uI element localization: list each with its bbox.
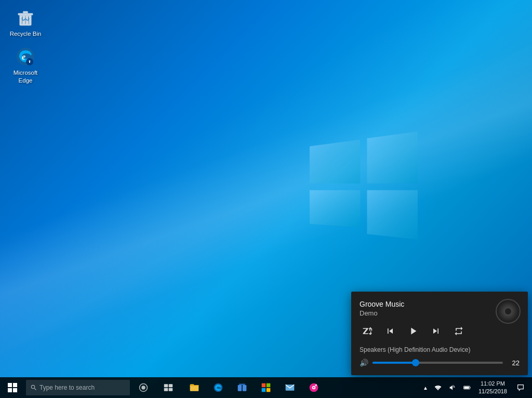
svg-rect-30	[262, 383, 266, 388]
task-view-button[interactable]	[156, 377, 181, 398]
previous-button[interactable]	[382, 323, 398, 339]
recycle-bin-label: Recycle Bin	[10, 30, 42, 38]
volume-value: 22	[507, 359, 520, 367]
svg-point-20	[141, 386, 145, 390]
svg-rect-31	[267, 383, 271, 388]
svg-marker-0	[310, 140, 361, 184]
svg-point-37	[313, 387, 315, 389]
file-manager-taskbar[interactable]	[231, 377, 254, 398]
groove-music-taskbar-btn[interactable]	[302, 377, 325, 398]
svg-rect-33	[267, 388, 271, 392]
search-placeholder: Type here to search	[39, 384, 95, 391]
system-clock[interactable]: 11:02 PM 11/25/2018	[474, 377, 511, 398]
media-device: Speakers (High Definition Audio Device)	[360, 346, 520, 353]
recycle-bin-icon[interactable]: Recycle Bin	[5, 5, 46, 40]
taskbar-tray: ▲	[420, 377, 532, 398]
media-volume-row: 🔊 22	[360, 359, 520, 367]
show-hidden-icons[interactable]: ▲	[420, 377, 431, 398]
svg-rect-25	[190, 385, 199, 391]
file-explorer-taskbar[interactable]	[183, 377, 206, 398]
svg-rect-29	[239, 384, 245, 386]
svg-rect-15	[8, 383, 12, 387]
volume-tray-icon[interactable]	[445, 377, 460, 398]
play-pause-button[interactable]	[405, 323, 421, 339]
store-taskbar[interactable]	[255, 377, 277, 398]
mail-taskbar[interactable]	[278, 377, 301, 398]
media-controls	[360, 323, 520, 339]
media-popup: Groove Music Demo	[351, 292, 528, 375]
taskbar-left: Type here to search	[0, 377, 181, 398]
svg-rect-32	[262, 388, 266, 392]
svg-rect-21	[164, 384, 168, 387]
media-album-art	[496, 299, 521, 324]
clock-date: 11/25/2018	[478, 388, 507, 395]
svg-rect-27	[238, 385, 242, 391]
svg-rect-39	[470, 387, 470, 388]
svg-marker-1	[367, 131, 418, 183]
volume-slider[interactable]	[373, 362, 503, 364]
recycle-bin-image	[15, 7, 36, 28]
taskbar: Type here to search	[0, 377, 532, 398]
start-button[interactable]	[0, 377, 25, 398]
next-button[interactable]	[428, 323, 444, 339]
svg-rect-24	[169, 388, 173, 391]
volume-thumb	[412, 359, 419, 366]
svg-marker-3	[367, 190, 418, 240]
search-bar[interactable]: Type here to search	[26, 380, 130, 395]
svg-rect-8	[18, 13, 33, 15]
svg-marker-2	[310, 190, 361, 228]
svg-text:e: e	[22, 52, 25, 61]
desktop-icons-area: Recycle Bin e MicrosoftEdge	[0, 0, 51, 92]
desktop: Recycle Bin e MicrosoftEdge	[0, 0, 532, 398]
svg-rect-18	[13, 388, 17, 392]
svg-rect-14	[29, 61, 30, 63]
svg-rect-40	[464, 387, 469, 389]
shuffle-button[interactable]	[360, 323, 375, 339]
microsoft-edge-icon[interactable]: e MicrosoftEdge	[5, 44, 46, 87]
action-center-button[interactable]	[511, 377, 530, 398]
svg-rect-23	[164, 388, 168, 391]
media-app-name: Groove Music	[360, 300, 520, 308]
battery-icon[interactable]	[460, 377, 474, 398]
taskbar-apps	[183, 377, 325, 398]
repeat-button[interactable]	[451, 323, 467, 339]
svg-rect-22	[169, 384, 173, 387]
svg-rect-17	[8, 388, 12, 392]
svg-rect-16	[13, 383, 17, 387]
edge-taskbar[interactable]	[207, 377, 230, 398]
svg-rect-28	[243, 385, 247, 391]
edge-label: MicrosoftEdge	[14, 69, 38, 85]
volume-icon: 🔊	[360, 359, 368, 367]
volume-fill	[373, 362, 416, 364]
clock-time: 11:02 PM	[481, 380, 505, 388]
svg-rect-9	[23, 11, 28, 13]
network-icon[interactable]	[431, 377, 445, 398]
edge-image: e	[15, 46, 36, 67]
cortana-button[interactable]	[131, 377, 156, 398]
windows-logo	[296, 119, 431, 254]
